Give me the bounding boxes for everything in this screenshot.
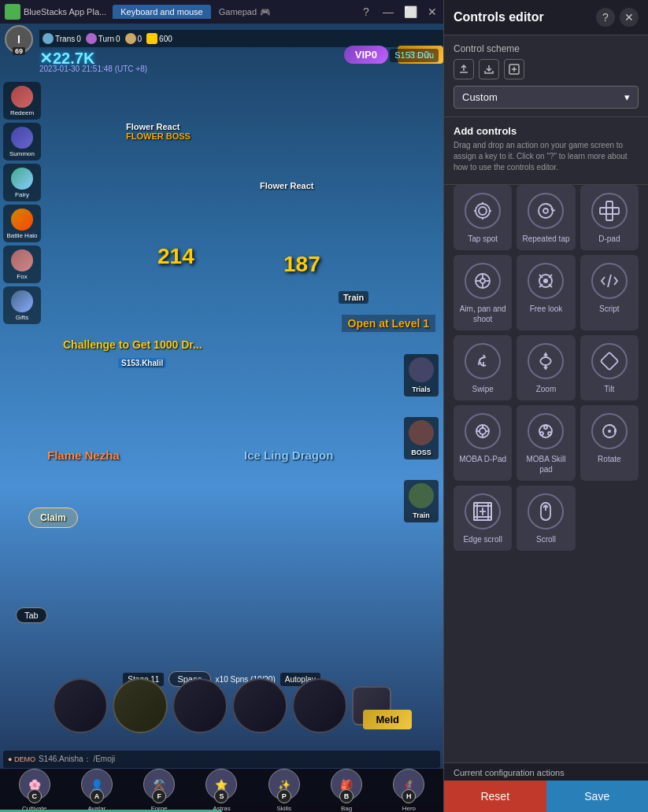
svg-point-41 xyxy=(540,432,543,435)
skills-action[interactable]: ✨ P Skills xyxy=(268,769,300,812)
svg-line-26 xyxy=(608,275,611,287)
moba-dpad-icon-wrap xyxy=(465,413,501,449)
chat-bar: ● DEMO S146.Anisha： /Emoji xyxy=(3,751,440,768)
repeated-tap-label: Repeated tap xyxy=(522,234,569,244)
control-zoom[interactable]: Zoom xyxy=(517,335,575,400)
trans-stat: Trans 0 xyxy=(43,33,81,44)
cultivate-action[interactable]: 🌸 C Cultivate xyxy=(19,769,50,812)
scheme-actions xyxy=(454,59,639,79)
svg-rect-9 xyxy=(606,201,613,208)
trials-icon[interactable]: Trials xyxy=(404,354,439,397)
aim-pan-label: Aim, pan and shoot xyxy=(457,304,509,324)
control-aim-pan[interactable]: Aim, pan and shoot xyxy=(454,255,512,330)
reset-button[interactable]: Reset xyxy=(444,781,546,812)
upload-icon[interactable] xyxy=(454,59,474,79)
train-label1[interactable]: Train xyxy=(339,291,368,304)
save-button[interactable]: Save xyxy=(546,781,649,812)
minimize-btn[interactable]: — xyxy=(377,0,399,24)
bottom-action-bar: 🌸 C Cultivate 👤 A Avatar ⚒️ F Forge ⭐ S xyxy=(0,769,443,812)
control-tap-spot[interactable]: Tap spot xyxy=(454,185,512,250)
tap-spot-icon-wrap xyxy=(465,193,501,229)
left-icons: Redeem Summon Fairy Battle Halo Fox Gift… xyxy=(0,79,44,327)
control-scroll[interactable]: Scroll xyxy=(517,485,575,551)
ice-dragon-label: Ice Ling Dragon xyxy=(244,448,333,462)
close-btn[interactable]: ✕ xyxy=(421,0,443,24)
control-repeated-tap[interactable]: Repeated tap xyxy=(517,185,575,250)
moba-skill-icon-wrap xyxy=(528,413,564,449)
turn-stat: Turn 0 xyxy=(86,33,120,44)
scheme-dropdown[interactable]: Custom ▾ xyxy=(454,86,639,109)
add-controls-desc: Drag and drop an action on your game scr… xyxy=(454,140,639,173)
flame-nezha-label: Flame Nezha xyxy=(47,448,120,462)
scroll-label: Scroll xyxy=(536,534,556,544)
vip-button[interactable]: VIP0 xyxy=(344,46,388,64)
claim-button[interactable]: Claim xyxy=(28,507,78,528)
panel-close-btn[interactable]: ✕ xyxy=(620,8,639,27)
rotate-label: Rotate xyxy=(598,454,620,464)
help-btn[interactable]: ? xyxy=(355,0,377,24)
scheme-label: Control scheme xyxy=(454,43,639,54)
app-name: BlueStacks App Pla... xyxy=(24,7,106,17)
server-player-label: S153.Khalil xyxy=(118,358,166,368)
tab-key-badge: Tab xyxy=(16,607,47,623)
restore-btn[interactable]: ⬜ xyxy=(399,0,421,24)
control-dpad[interactable]: D-pad xyxy=(580,185,639,250)
tab-keyboard[interactable]: Keyboard and mouse xyxy=(113,5,211,19)
open-level-text: Open at Level 1 xyxy=(342,315,435,332)
battle-halo-icon[interactable]: Battle Halo xyxy=(3,205,41,242)
svg-rect-30 xyxy=(601,352,619,371)
control-swipe[interactable]: Swipe xyxy=(454,335,512,400)
resource-stat: 0 xyxy=(125,33,143,44)
control-edge-scroll[interactable]: Edge scroll xyxy=(454,485,512,551)
rotate-icon-wrap xyxy=(591,413,628,449)
export-icon[interactable] xyxy=(479,59,499,79)
level-badge: 69 xyxy=(13,47,25,55)
moba-dpad-label: MOBA D-Pad xyxy=(459,454,506,464)
redeem-icon[interactable]: Redeem xyxy=(3,82,41,120)
avatar-action[interactable]: 👤 A Avatar xyxy=(81,769,113,812)
meld-button[interactable]: Meld xyxy=(363,710,412,729)
svg-point-44 xyxy=(608,430,611,433)
chevron-down-icon: ▾ xyxy=(624,91,630,103)
svg-point-8 xyxy=(543,209,548,213)
boss-icon[interactable]: BOSS xyxy=(404,417,439,460)
stats-bar: Trans 0 Turn 0 0 600 xyxy=(39,30,443,47)
svg-point-32 xyxy=(480,428,486,434)
svg-point-21 xyxy=(543,279,548,283)
game-area: BlueStacks App Pla... Keyboard and mouse… xyxy=(0,0,443,812)
flower-react-label: Flower ReactFLOWER BOSS xyxy=(126,122,191,141)
help-icon-btn[interactable]: ? xyxy=(596,8,615,27)
fox-icon[interactable]: Fox xyxy=(3,245,41,283)
svg-point-39 xyxy=(544,426,547,429)
server-display: S153 Dữu xyxy=(390,49,439,62)
import-icon[interactable] xyxy=(504,59,524,79)
hero-action[interactable]: 🦸 H Hero xyxy=(393,769,424,812)
script-label: Script xyxy=(599,304,620,314)
astras-action[interactable]: ⭐ S Astras xyxy=(206,769,237,812)
control-moba-skill[interactable]: MOBA Skill pad xyxy=(517,405,575,481)
aim-pan-icon-wrap xyxy=(465,263,501,299)
summon-icon[interactable]: Summon xyxy=(3,123,41,161)
svg-point-1 xyxy=(476,204,490,218)
train-icon2[interactable]: Train xyxy=(404,480,439,522)
tilt-icon-wrap xyxy=(591,343,628,379)
gold-stat: 600 xyxy=(146,33,172,44)
control-script[interactable]: Script xyxy=(580,255,639,330)
repeated-tap-icon-wrap xyxy=(528,193,564,229)
control-tilt[interactable]: Tilt xyxy=(580,335,639,400)
svg-rect-10 xyxy=(606,214,613,220)
forge-action[interactable]: ⚒️ F Forge xyxy=(143,769,175,812)
tab-gamepad[interactable]: Gamepad 🎮 xyxy=(211,5,279,20)
gifts-icon[interactable]: Gifts xyxy=(3,286,41,324)
controls-grid: Tap spot Repeated tap D-pad xyxy=(444,185,648,557)
app-icon xyxy=(5,4,20,20)
fairy-icon[interactable]: Fairy xyxy=(3,164,41,201)
tap-spot-label: Tap spot xyxy=(468,234,498,244)
svg-rect-11 xyxy=(600,208,606,214)
control-rotate[interactable]: Rotate xyxy=(580,405,639,481)
control-moba-dpad[interactable]: MOBA D-Pad xyxy=(454,405,512,481)
avatar[interactable]: I 69 xyxy=(5,25,33,54)
control-free-look[interactable]: Free look xyxy=(517,255,575,330)
bag-action[interactable]: 🎒 B Bag xyxy=(331,769,362,812)
svg-marker-37 xyxy=(481,426,484,428)
